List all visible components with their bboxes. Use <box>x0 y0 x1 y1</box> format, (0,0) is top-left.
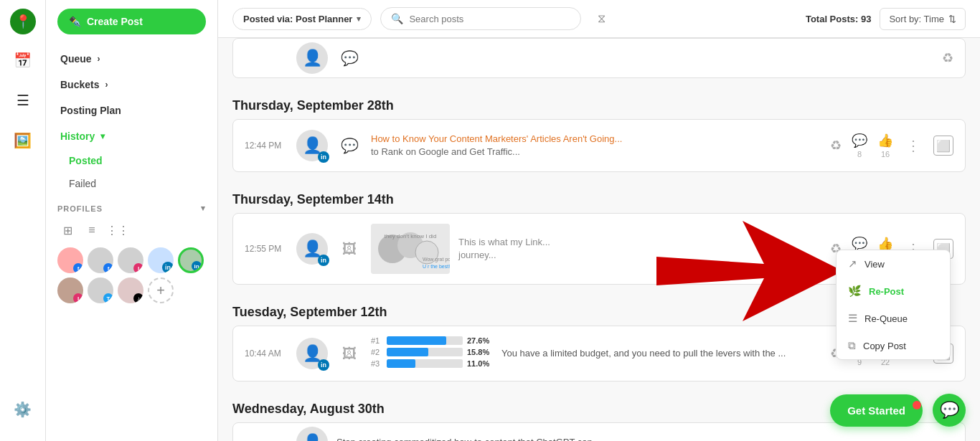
post-text-line2-sep28: to Rank on Google and Get Traffic... <box>371 146 821 158</box>
profiles-section: PROFILES ▾ ⊞ ≡ ⋮⋮ f f I ✓ in in <box>46 195 217 312</box>
profile-avatar-7[interactable]: T <box>88 278 113 303</box>
comment-icon-sep28: 💬 <box>852 133 867 148</box>
sidebar-item-posting-plan[interactable]: Posting Plan <box>46 98 217 123</box>
sort-icon: ⇅ <box>948 14 956 24</box>
grid-view-btn[interactable]: ⊞ <box>57 220 77 240</box>
sidebar-item-posting-plan-label: Posting Plan <box>60 105 121 116</box>
posted-via-filter[interactable]: Posted via: Post Planner ▾ <box>232 8 372 30</box>
create-post-label: Create Post <box>87 16 143 27</box>
buckets-chevron: › <box>105 80 108 90</box>
post-avatar-aug30: 👤 <box>296 427 328 441</box>
thumbnail-svg-sep14: they don't know I did Wow grat post U r … <box>371 224 450 274</box>
chat-icon: 💬 <box>940 401 959 419</box>
get-started-button[interactable]: Get Started <box>830 394 923 427</box>
create-post-button[interactable]: ✒️ Create Post <box>57 9 206 34</box>
profile-avatar-1[interactable]: f <box>57 247 83 273</box>
bar-pct-2: 15.8% <box>467 348 493 356</box>
sidebar-item-history[interactable]: History ▾ <box>46 123 217 149</box>
repost-label: Re-Post <box>869 286 904 297</box>
recycle-partial[interactable]: ♻ <box>942 50 953 66</box>
post-card-partial-top: 👤 💬 ♻ <box>232 38 966 78</box>
profiles-title: PROFILES <box>57 204 103 213</box>
sidebar-item-queue-label: Queue <box>60 53 92 65</box>
profiles-label: PROFILES ▾ <box>57 204 206 213</box>
profiles-view-buttons: ⊞ ≡ ⋮⋮ <box>57 220 206 240</box>
bar-fill-2 <box>387 348 428 356</box>
sidebar-sub-item-posted[interactable]: Posted <box>46 149 217 172</box>
bar-track-1 <box>387 336 463 345</box>
post-type-icon-sep28: 💬 <box>336 133 362 158</box>
bar-chart-sep12: #1 27.6% #2 15.8% #3 <box>371 336 493 371</box>
app-logo[interactable]: 📍 <box>10 9 36 34</box>
post-content-sep14: This is what my Link... journey... <box>458 236 821 262</box>
nav-icon-calendar[interactable]: 📅 <box>9 46 37 75</box>
context-menu-requeue[interactable]: ☰ Re-Queue <box>837 305 950 332</box>
profile-avatar-3[interactable]: I <box>118 247 143 273</box>
post-type-text-partial: 💬 <box>336 45 362 71</box>
bar-row-1: #1 27.6% <box>371 336 493 345</box>
post-avatar-sep28: 👤 in <box>296 130 328 161</box>
facebook-badge-2: f <box>103 263 113 273</box>
context-menu-view[interactable]: ↗ View <box>837 250 950 278</box>
post-text-sep12: You have a limited budget, and you need … <box>501 347 821 360</box>
total-posts-label: Total Posts: 93 <box>806 14 872 24</box>
profile-avatar-2[interactable]: f <box>88 247 113 273</box>
feather-icon: ✒️ <box>69 16 81 27</box>
linkedin-badge-sep28: in <box>318 151 329 163</box>
sidebar-item-buckets[interactable]: Buckets › <box>46 72 217 98</box>
linkedin-badge-sep14: in <box>318 255 329 266</box>
profile-avatar-5[interactable]: in <box>178 247 204 273</box>
compact-view-btn[interactable]: ⋮⋮ <box>106 220 126 240</box>
recycle-icon-sep28[interactable]: ♻ <box>830 138 842 153</box>
post-content-aug30: Stop creating commoditized how-to conten… <box>336 436 953 441</box>
post-square-sep28[interactable]: ⬜ <box>933 136 953 156</box>
list-view-btn[interactable]: ≡ <box>82 220 102 240</box>
nav-icon-settings[interactable]: ⚙️ <box>9 395 37 424</box>
sort-label: Sort by: Time <box>889 14 944 24</box>
three-dots-sep28[interactable]: ⋮ <box>903 134 923 157</box>
like-count-sep28: 16 <box>881 150 890 158</box>
post-text-aug30: Stop creating commoditized how-to conten… <box>336 436 953 441</box>
requeue-icon: ☰ <box>848 312 857 325</box>
profile-avatar-8[interactable]: ♪ <box>118 278 143 303</box>
sort-by-button[interactable]: Sort by: Time ⇅ <box>880 8 966 30</box>
profile-avatar-6[interactable]: I <box>57 278 83 303</box>
sidebar-sub-item-failed[interactable]: Failed <box>46 172 217 195</box>
search-input[interactable] <box>409 14 570 24</box>
chat-button[interactable]: 💬 <box>933 394 966 427</box>
requeue-label: Re-Queue <box>864 313 908 324</box>
linkedin-badge-sep12: in <box>318 359 329 371</box>
post-text-line1-sep28: How to Know Your Content Marketers' Arti… <box>371 133 821 146</box>
sidebar: ✒️ Create Post Queue › Buckets › Posting… <box>46 0 218 441</box>
context-menu-copy[interactable]: ⧉ Copy Post <box>837 332 950 359</box>
add-profile-button[interactable]: + <box>148 278 174 303</box>
profiles-chevron[interactable]: ▾ <box>201 204 206 213</box>
view-icon: ↗ <box>848 257 857 270</box>
bar-label-3: #3 <box>371 359 382 368</box>
nav-icon-list[interactable]: ☰ <box>9 86 37 115</box>
sidebar-item-queue[interactable]: Queue › <box>46 46 217 72</box>
instagram-badge: I <box>133 263 143 273</box>
context-menu: ↗ View 🌿 Re-Post ☰ Re-Queue ⧉ Copy Post <box>836 250 951 360</box>
icon-bar-top: 📍 📅 ☰ 🖼️ <box>9 9 37 389</box>
post-avatar-sep14: 👤 in <box>296 233 328 265</box>
copy-label: Copy Post <box>863 341 906 351</box>
svg-text:Wow grat post: Wow grat post <box>423 257 450 262</box>
svg-text:U r the best!: U r the best! <box>423 264 450 269</box>
post-actions-sep28: ♻ 💬 8 👍 16 ⋮ ⬜ <box>830 133 953 158</box>
likes-action-sep28[interactable]: 👍 16 <box>877 133 893 158</box>
profile-avatar-4[interactable]: ✓ in <box>148 247 174 273</box>
queue-chevron: › <box>98 54 100 64</box>
nav-icon-image[interactable]: 🖼️ <box>9 126 37 155</box>
filter-sliders-icon[interactable]: ⧖ <box>590 7 613 30</box>
sidebar-item-history-label: History <box>60 131 95 142</box>
top-bar: Posted via: Post Planner ▾ 🔍 ⧖ Total Pos… <box>218 0 980 38</box>
date-header-sep14: Thursday, September 14th <box>232 181 966 213</box>
comments-action-sep28[interactable]: 💬 8 <box>852 133 867 158</box>
context-menu-repost[interactable]: 🌿 Re-Post <box>837 278 950 305</box>
comment-count-sep28: 8 <box>857 150 862 158</box>
repost-icon: 🌿 <box>848 285 862 298</box>
posts-area: 👤 💬 ♻ Thursday, September 28th 12:44 PM … <box>218 38 980 441</box>
search-icon: 🔍 <box>391 13 403 24</box>
post-type-icon-sep14: 🖼 <box>336 236 362 262</box>
